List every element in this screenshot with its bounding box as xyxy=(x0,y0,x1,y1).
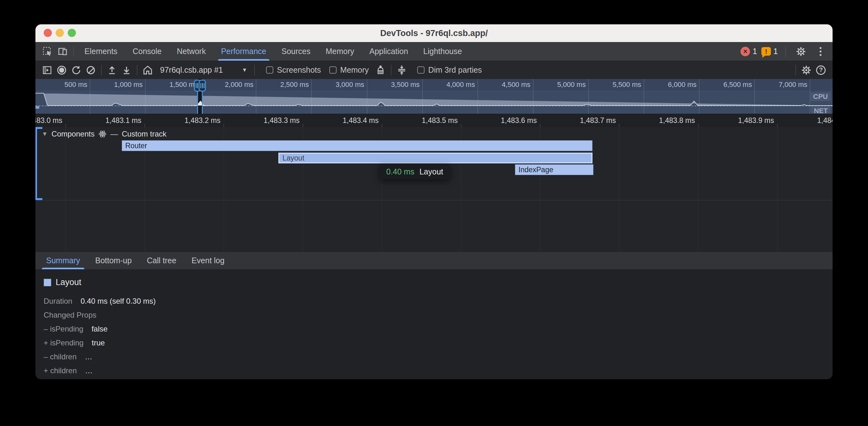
tab-application[interactable]: Application xyxy=(362,42,416,61)
reload-and-record-icon[interactable] xyxy=(69,63,84,77)
toggle-sidebar-icon[interactable] xyxy=(40,63,54,77)
collect-garbage-icon[interactable] xyxy=(373,63,388,77)
selection-left-line[interactable] xyxy=(197,91,198,114)
ruler-tick-label: 1,483.8 ms xyxy=(659,116,695,125)
download-profile-icon[interactable] xyxy=(119,63,134,77)
ruler-tick-label: 1,483.3 ms xyxy=(264,116,300,125)
home-icon[interactable] xyxy=(141,63,155,77)
dim-3rd-parties-checkbox[interactable] xyxy=(417,66,425,74)
track-header[interactable]: ▼ Components — Custom track xyxy=(42,130,166,138)
summary-row-label: Duration xyxy=(44,297,72,305)
upload-profile-icon[interactable] xyxy=(105,63,119,77)
issue-icon: ! xyxy=(762,47,771,56)
error-icon: × xyxy=(741,47,750,56)
close-window-button[interactable] xyxy=(44,29,52,37)
tab-sources[interactable]: Sources xyxy=(274,42,318,61)
devtools-tabbar: ElementsConsoleNetworkPerformanceSources… xyxy=(35,42,833,61)
panel-tabs: ElementsConsoleNetworkPerformanceSources… xyxy=(77,42,469,61)
clear-icon[interactable] xyxy=(84,63,98,77)
tab-elements[interactable]: Elements xyxy=(77,42,125,61)
ruler-tick-label: 1,483.9 ms xyxy=(738,116,774,125)
device-toolbar-icon[interactable] xyxy=(55,44,70,59)
ruler-tick-label: 1,483.0 ms xyxy=(35,116,62,125)
summary-row: Duration0.40 ms (self 0.30 ms) xyxy=(44,297,833,310)
event-tooltip: 0.40 ms Layout xyxy=(379,164,450,179)
cpu-net-divider xyxy=(35,105,833,106)
window-title: DevTools - 97r6ql.csb.app/ xyxy=(380,28,488,38)
ruler-tick xyxy=(619,124,619,127)
screenshots-label: Screenshots xyxy=(277,65,321,74)
performance-toolbar: 97r6ql.csb.app #1 ▼ Screenshots Memory xyxy=(35,61,833,79)
capture-settings-gear-icon[interactable] xyxy=(799,63,814,77)
divider xyxy=(796,65,796,75)
summary-row-label: – isPending xyxy=(44,325,83,333)
memory-checkbox[interactable] xyxy=(329,66,337,74)
ruler-tick xyxy=(145,124,145,127)
titlebar: DevTools - 97r6ql.csb.app/ xyxy=(35,24,833,42)
detail-tab-call-tree[interactable]: Call tree xyxy=(139,252,184,269)
inspect-element-icon[interactable] xyxy=(40,44,55,59)
summary-pane: Layout Duration0.40 ms (self 0.30 ms)Cha… xyxy=(35,269,833,379)
detail-tab-summary[interactable]: Summary xyxy=(39,252,88,269)
ruler-tick-label: 1,484.0 ms xyxy=(817,116,833,125)
memory-label: Memory xyxy=(340,65,369,74)
tab-network[interactable]: Network xyxy=(169,42,214,61)
ruler-tick-label: 1,483.2 ms xyxy=(184,116,220,125)
tab-lighthouse[interactable]: Lighthouse xyxy=(416,42,469,61)
zoom-window-button[interactable] xyxy=(68,29,76,37)
target-selector[interactable]: 97r6ql.csb.app #1 ▼ xyxy=(160,65,247,74)
tab-memory[interactable]: Memory xyxy=(318,42,362,61)
summary-row-label: – children xyxy=(44,352,76,361)
summary-row: – isPendingfalse xyxy=(44,325,833,338)
ruler-tick xyxy=(777,124,778,127)
record-icon[interactable] xyxy=(54,63,69,77)
flame-event-layout[interactable]: Layout xyxy=(278,153,592,163)
ruler-tick-label: 1,483.6 ms xyxy=(501,116,537,125)
flame-event-label: Layout xyxy=(279,154,304,162)
error-badge[interactable]: × 1 xyxy=(741,47,757,56)
selection-right-handle[interactable] xyxy=(199,79,206,92)
flame-event-label: IndexPage xyxy=(515,166,553,174)
ruler-tick-label: 1,483.1 ms xyxy=(105,116,142,125)
ruler-tick xyxy=(540,124,540,127)
dim-3rd-parties-label: Dim 3rd parties xyxy=(428,65,482,74)
detail-tab-event-log[interactable]: Event log xyxy=(184,252,232,269)
ruler-tick xyxy=(65,124,66,127)
summary-row: + children… xyxy=(44,366,833,379)
detail-tabs: SummaryBottom-upCall treeEvent log xyxy=(35,252,833,269)
compress-arrows-icon[interactable] xyxy=(395,63,409,77)
ruler-tick-label: 1,483.4 ms xyxy=(343,116,379,125)
help-icon[interactable]: ? xyxy=(814,63,828,77)
tooltip-duration: 0.40 ms xyxy=(386,167,414,176)
selection-right-line[interactable] xyxy=(202,91,203,114)
summary-row-value: false xyxy=(91,325,107,333)
react-atom-icon xyxy=(98,130,106,138)
summary-row: Changed Props xyxy=(44,310,833,325)
ruler-tick xyxy=(382,124,382,127)
flame-event-indexpage[interactable]: IndexPage xyxy=(515,164,593,175)
issues-badge[interactable]: ! 1 xyxy=(762,47,778,56)
track-boundary xyxy=(35,200,833,200)
divider xyxy=(391,65,391,75)
collapse-track-icon[interactable]: ▼ xyxy=(42,131,48,137)
settings-gear-icon[interactable] xyxy=(793,44,809,59)
track-separator: — xyxy=(111,130,118,138)
zoomed-time-ruler[interactable]: 1,483.0 ms1,483.1 ms1,483.2 ms1,483.3 ms… xyxy=(35,114,833,127)
flame-chart[interactable]: ▼ Components — Custom track RouterLayout… xyxy=(35,127,833,252)
timeline-overview[interactable]: 500 ms1,000 ms1,500 ms2,000 ms2,500 ms3,… xyxy=(35,79,833,114)
detail-tab-bottom-up[interactable]: Bottom-up xyxy=(88,252,139,269)
summary-row-value: … xyxy=(85,352,92,361)
summary-row-label: Changed Props xyxy=(44,310,96,320)
screenshots-checkbox[interactable] xyxy=(266,66,273,74)
divider xyxy=(73,46,74,57)
minimize-window-button[interactable] xyxy=(56,29,64,37)
more-options-icon[interactable] xyxy=(813,44,828,59)
divider xyxy=(137,65,137,75)
tab-console[interactable]: Console xyxy=(125,42,169,61)
divider xyxy=(101,65,101,75)
flame-gridline xyxy=(65,127,66,252)
flame-event-router[interactable]: Router xyxy=(122,140,592,151)
issue-count: 1 xyxy=(773,47,778,56)
tab-performance[interactable]: Performance xyxy=(214,42,274,61)
summary-row-label: + isPending xyxy=(44,338,84,347)
